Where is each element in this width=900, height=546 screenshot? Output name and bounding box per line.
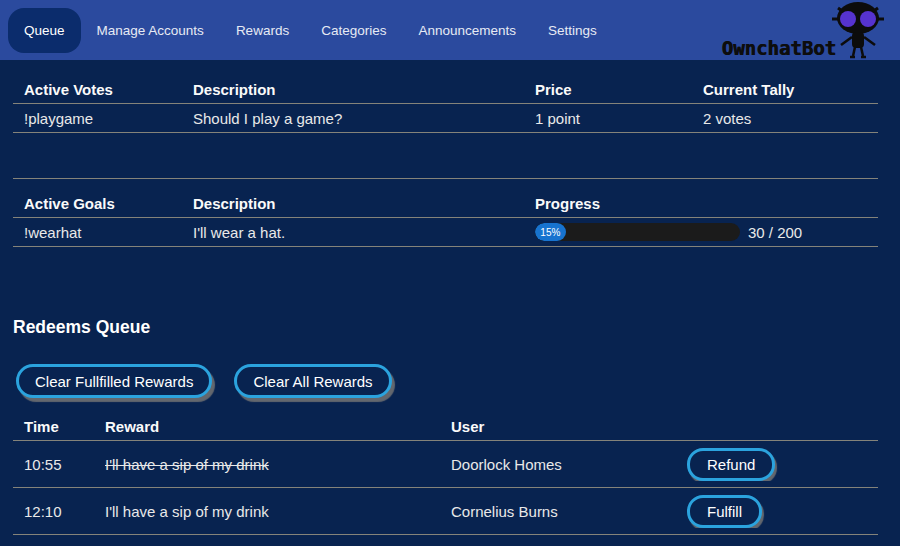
redeem-time: 10:55 <box>13 456 94 473</box>
active-goals-table: Active Goals Description Progress !wearh… <box>13 178 878 247</box>
redeems-actions: Clear Fullfilled Rewards Clear All Rewar… <box>16 364 900 398</box>
nav-tab-announcements[interactable]: Announcements <box>402 8 532 53</box>
progress-count: 30 / 200 <box>748 224 802 241</box>
active-goals-header-row: Active Goals Description Progress <box>13 179 878 218</box>
col-header-price: Price <box>524 81 692 98</box>
brand-name: OwnchatBot <box>722 37 836 59</box>
col-header-progress: Progress <box>524 195 692 212</box>
col-header-reward: Reward <box>94 418 440 435</box>
nav-tab-manage-accounts[interactable]: Manage Accounts <box>81 8 220 53</box>
vote-price: 1 point <box>524 110 692 127</box>
col-header-time: Time <box>13 418 94 435</box>
col-header-active-goals: Active Goals <box>13 195 182 212</box>
redeems-queue-title: Redeems Queue <box>13 317 900 339</box>
active-votes-table: Active Votes Description Price Current T… <box>13 76 878 133</box>
redeem-user: Doorlock Homes <box>440 456 676 473</box>
goal-command: !wearhat <box>13 224 182 241</box>
table-row: 10:55 I'll have a sip of my drink Doorlo… <box>13 441 878 488</box>
nav-tab-queue[interactable]: Queue <box>8 8 81 53</box>
col-header-current-tally: Current Tally <box>692 81 878 98</box>
goal-progress-cell: 15% 30 / 200 <box>524 223 878 241</box>
table-row: 12:10 I'll have a sip of my drink Cornel… <box>13 488 878 535</box>
fulfill-button[interactable]: Fulfill <box>687 495 762 528</box>
clear-all-rewards-button[interactable]: Clear All Rewards <box>234 364 391 398</box>
vote-description: Should I play a game? <box>182 110 524 127</box>
clear-fulfilled-rewards-button[interactable]: Clear Fullfilled Rewards <box>16 364 212 398</box>
redeem-user: Cornelius Burns <box>440 503 676 520</box>
nav-tab-rewards[interactable]: Rewards <box>220 8 305 53</box>
nav-tab-settings[interactable]: Settings <box>532 8 613 53</box>
col-header-user: User <box>440 418 676 435</box>
vote-tally: 2 votes <box>692 110 878 127</box>
nav-tab-categories[interactable]: Categories <box>305 8 402 53</box>
brand-logo: OwnchatBot <box>698 0 888 60</box>
goal-description: I'll wear a hat. <box>182 224 524 241</box>
col-header-description: Description <box>182 81 524 98</box>
redeems-table: Time Reward User 10:55 I'll have a sip o… <box>13 413 878 535</box>
col-header-description: Description <box>182 195 524 212</box>
refund-button[interactable]: Refund <box>687 448 775 481</box>
table-row: !playgame Should I play a game? 1 point … <box>13 104 878 133</box>
table-row: !wearhat I'll wear a hat. 15% 30 / 200 <box>13 218 878 247</box>
redeems-header-row: Time Reward User <box>13 413 878 441</box>
redeem-reward: I'll have a sip of my drink <box>94 503 440 520</box>
active-votes-header-row: Active Votes Description Price Current T… <box>13 76 878 104</box>
progress-bar-fill: 15% <box>535 223 566 241</box>
progress-bar: 15% <box>535 223 740 241</box>
redeem-time: 12:10 <box>13 503 94 520</box>
navbar: Queue Manage Accounts Rewards Categories… <box>0 0 900 60</box>
col-header-active-votes: Active Votes <box>13 81 182 98</box>
redeem-reward: I'll have a sip of my drink <box>94 456 440 473</box>
vote-command: !playgame <box>13 110 182 127</box>
robot-mascot-icon <box>830 1 886 59</box>
